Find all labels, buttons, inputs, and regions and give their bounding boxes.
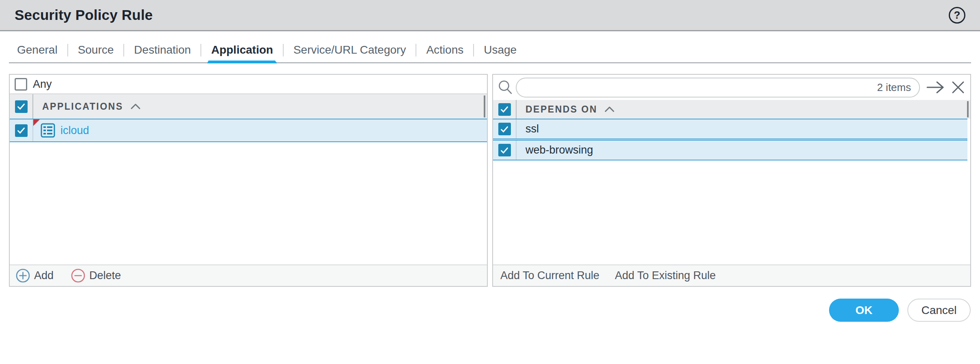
tab-actions[interactable]: Actions	[426, 43, 463, 56]
depends-name: ssl	[526, 123, 539, 135]
tab-separator	[473, 44, 474, 56]
tab-bar: General Source Destination Application S…	[9, 31, 971, 63]
ok-button[interactable]: OK	[829, 299, 899, 322]
tab-separator	[416, 44, 416, 56]
applications-panel-footer: Add Delete	[10, 264, 487, 286]
plus-circle-icon	[15, 268, 30, 283]
applications-column-header[interactable]: APPLICATIONS	[42, 101, 123, 112]
check-icon	[16, 126, 26, 135]
tab-destination[interactable]: Destination	[134, 43, 191, 56]
sort-ascending-icon[interactable]	[130, 103, 141, 110]
dialog-titlebar: Security Policy Rule ?	[0, 0, 980, 31]
depends-on-column-header[interactable]: DEPENDS ON	[526, 104, 597, 115]
row-checkbox[interactable]	[498, 144, 511, 156]
row-checkbox[interactable]	[498, 123, 511, 135]
select-all-depends-checkbox[interactable]	[498, 103, 511, 116]
applications-panel: Any APPLICATIONS	[9, 74, 488, 287]
modified-indicator	[33, 119, 40, 126]
help-button[interactable]: ?	[949, 7, 965, 24]
dialog-title: Security Policy Rule	[15, 7, 153, 23]
security-policy-rule-dialog: Security Policy Rule ? General Source De…	[0, 0, 980, 364]
tab-separator	[67, 44, 68, 56]
depends-on-list: ssl web-browsing	[493, 119, 970, 264]
application-tab-content: Any APPLICATIONS	[9, 74, 971, 287]
search-row: 2 items	[493, 75, 970, 100]
clear-filter-x-icon[interactable]	[951, 80, 965, 95]
tab-service-url-category[interactable]: Service/URL Category	[293, 43, 406, 56]
application-row-icloud[interactable]: icloud	[10, 119, 487, 142]
check-icon	[16, 102, 26, 111]
sort-ascending-icon[interactable]	[604, 106, 615, 113]
delete-button[interactable]: Delete	[71, 268, 121, 283]
add-to-existing-rule-button[interactable]: Add To Existing Rule	[615, 269, 716, 282]
dialog-actions: OK Cancel	[0, 299, 971, 322]
applications-header-row: APPLICATIONS	[10, 94, 487, 119]
search-field[interactable]: 2 items	[516, 78, 920, 98]
check-icon	[500, 104, 509, 114]
cancel-button[interactable]: Cancel	[907, 299, 971, 322]
tab-source[interactable]: Source	[78, 43, 114, 56]
minus-circle-icon	[71, 268, 86, 283]
any-row: Any	[10, 75, 487, 94]
depends-name: web-browsing	[526, 144, 593, 156]
search-icon	[497, 79, 513, 95]
tab-usage[interactable]: Usage	[484, 43, 517, 56]
add-button[interactable]: Add	[15, 268, 54, 283]
item-count-badge: 2 items	[877, 81, 911, 94]
application-link[interactable]: icloud	[60, 124, 89, 137]
depends-row-web-browsing[interactable]: web-browsing	[493, 140, 967, 160]
search-input[interactable]	[526, 81, 877, 94]
applications-list: icloud	[10, 119, 487, 264]
tab-application[interactable]: Application	[211, 43, 273, 56]
row-checkbox[interactable]	[15, 124, 28, 137]
depends-on-panel: 2 items DEPENDS ON	[492, 74, 971, 287]
depends-on-panel-footer: Add To Current Rule Add To Existing Rule	[493, 264, 970, 286]
question-mark-icon: ?	[954, 10, 961, 20]
any-checkbox[interactable]	[15, 78, 27, 91]
add-button-label: Add	[34, 269, 54, 282]
tab-separator	[200, 44, 201, 56]
depends-on-header-row: DEPENDS ON	[493, 100, 970, 119]
delete-button-label: Delete	[89, 269, 121, 282]
any-label: Any	[33, 78, 52, 91]
add-to-current-rule-button[interactable]: Add To Current Rule	[500, 269, 599, 282]
tab-separator	[123, 44, 124, 56]
select-all-applications-checkbox[interactable]	[15, 100, 28, 113]
tab-separator	[283, 44, 284, 56]
apply-filter-arrow-icon[interactable]	[926, 80, 945, 94]
tab-general[interactable]: General	[17, 43, 58, 56]
depends-row-ssl[interactable]: ssl	[493, 119, 967, 139]
application-icon	[41, 123, 55, 138]
check-icon	[500, 124, 509, 134]
check-icon	[500, 145, 509, 155]
